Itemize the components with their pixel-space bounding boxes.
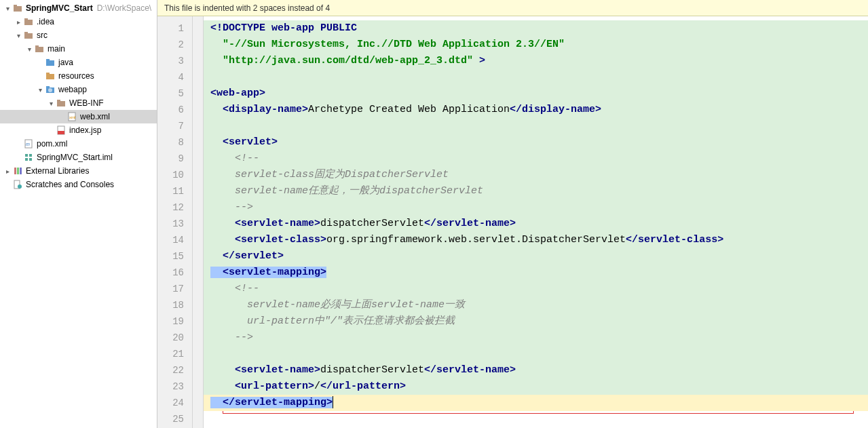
tree-node-indexjsp[interactable]: index.jsp: [0, 123, 157, 137]
code-line[interactable]: <display-name>Archetype Created Web Appl…: [204, 102, 868, 118]
code-line[interactable]: <servlet-name>dispatcherServlet</servlet…: [204, 216, 868, 232]
code-line[interactable]: <servlet-class>org.springframework.web.s…: [204, 232, 868, 248]
line-number[interactable]: 24: [157, 395, 192, 411]
indentation-warning-bar[interactable]: This file is indented with 2 spaces inst…: [157, 0, 868, 16]
tree-node-scratches[interactable]: Scratches and Consoles: [0, 178, 157, 191]
line-number[interactable]: 6: [157, 102, 192, 118]
code-line[interactable]: servlet-name任意起，一般为dispatcherServlet: [204, 183, 868, 199]
tree-node-idea[interactable]: ▸ .idea: [0, 15, 157, 28]
svg-rect-5: [24, 32, 28, 34]
line-number[interactable]: 20: [157, 330, 192, 346]
line-number[interactable]: 9: [157, 151, 192, 167]
tree-node-webinf[interactable]: ▾ WEB-INF: [0, 96, 157, 110]
chevron-down-icon[interactable]: ▾: [35, 86, 45, 94]
folder-icon: [34, 43, 45, 54]
svg-rect-9: [46, 59, 50, 61]
tree-node-project-root[interactable]: ▾ SpringMVC_Start D:\WorkSpace\: [0, 1, 157, 15]
chevron-down-icon[interactable]: ▾: [14, 32, 23, 39]
line-number[interactable]: 12: [157, 199, 192, 216]
line-number[interactable]: 11: [157, 183, 192, 199]
tree-node-java[interactable]: java: [0, 56, 157, 69]
line-number[interactable]: 21: [157, 346, 192, 362]
code-line[interactable]: -->: [204, 199, 868, 216]
code-line[interactable]: "http://java.sun.com/dtd/web-app_2_3.dtd…: [204, 53, 868, 69]
tree-node-pom[interactable]: m pom.xml: [0, 137, 157, 151]
code-line[interactable]: -->: [204, 330, 868, 346]
line-number[interactable]: 19: [157, 313, 192, 330]
code-line[interactable]: servlet-class固定为DispatcherServlet: [204, 167, 868, 183]
fold-gutter[interactable]: [193, 16, 204, 428]
chevron-right-icon[interactable]: ▸: [14, 18, 23, 26]
code-line[interactable]: </servlet-mapping>: [204, 395, 868, 411]
svg-rect-15: [57, 101, 65, 106]
project-tree-panel[interactable]: ▾ SpringMVC_Start D:\WorkSpace\ ▸ .idea …: [0, 0, 157, 428]
tree-node-iml[interactable]: SpringMVC_Start.iml: [0, 151, 157, 164]
code-line[interactable]: <servlet>: [204, 134, 868, 151]
line-number[interactable]: 7: [157, 118, 192, 134]
editor-area: This file is indented with 2 spaces inst…: [157, 0, 868, 428]
line-number[interactable]: 16: [157, 265, 192, 281]
svg-text:xml: xml: [69, 115, 75, 119]
line-number[interactable]: 17: [157, 281, 192, 297]
code-line[interactable]: </servlet>: [204, 248, 868, 265]
code-line[interactable]: <url-pattern>/</url-pattern>: [204, 378, 868, 395]
chevron-down-icon[interactable]: ▾: [24, 45, 34, 53]
svg-rect-3: [24, 18, 28, 20]
code-line[interactable]: <web-app>: [204, 85, 868, 102]
warning-text: This file is indented with 2 spaces inst…: [164, 3, 330, 13]
line-number[interactable]: 2: [157, 37, 192, 53]
code-line[interactable]: [204, 69, 868, 85]
chevron-down-icon[interactable]: ▾: [46, 100, 56, 107]
editor-body[interactable]: 1 2 3 4 5 6 7 8 9 10 11 12 13 14 15 16 1…: [157, 16, 868, 428]
line-number[interactable]: 18: [157, 297, 192, 313]
tree-label: webapp: [58, 85, 87, 94]
tree-node-external-libraries[interactable]: ▸ External Libraries: [0, 164, 157, 178]
line-number-gutter[interactable]: 1 2 3 4 5 6 7 8 9 10 11 12 13 14 15 16 1…: [157, 16, 193, 428]
line-number[interactable]: 8: [157, 134, 192, 151]
svg-point-31: [18, 184, 22, 189]
code-line[interactable]: <!--: [204, 281, 868, 297]
tree-node-webapp[interactable]: ▾ webapp: [0, 83, 157, 96]
tree-label: java: [58, 58, 73, 67]
line-number[interactable]: 14: [157, 232, 192, 248]
tree-node-resources[interactable]: resources: [0, 69, 157, 83]
svg-rect-2: [24, 20, 33, 25]
project-path: D:\WorkSpace\: [97, 3, 151, 13]
chevron-down-icon[interactable]: ▾: [3, 5, 12, 12]
svg-point-14: [48, 88, 52, 92]
chevron-right-icon[interactable]: ▸: [3, 168, 12, 175]
tree-label: web.xml: [80, 112, 110, 121]
line-number[interactable]: 5: [157, 85, 192, 102]
code-line[interactable]: <servlet-name>dispatcherServlet</servlet…: [204, 362, 868, 378]
line-number[interactable]: 1: [157, 20, 192, 37]
line-number[interactable]: 13: [157, 216, 192, 232]
code-line[interactable]: <servlet-mapping>: [204, 265, 868, 281]
tree-node-src[interactable]: ▾ src: [0, 28, 157, 42]
code-line[interactable]: [204, 346, 868, 362]
code-line[interactable]: "-//Sun Microsystems, Inc.//DTD Web Appl…: [204, 37, 868, 53]
svg-rect-0: [14, 6, 22, 12]
code-line[interactable]: <!--: [204, 151, 868, 167]
code-line[interactable]: [204, 118, 868, 134]
line-number[interactable]: 4: [157, 69, 192, 85]
project-name: SpringMVC_Start: [26, 3, 93, 13]
code-line[interactable]: servlet-name必须与上面servlet-name一致: [204, 297, 868, 313]
line-number[interactable]: 23: [157, 378, 192, 395]
xml-file-icon: xml: [67, 111, 77, 122]
code-line[interactable]: <!DOCTYPE web-app PUBLIC: [204, 20, 868, 37]
tree-label: resources: [58, 71, 94, 81]
line-number[interactable]: 10: [157, 167, 192, 183]
code-line[interactable]: [204, 411, 868, 427]
tree-node-main[interactable]: ▾ main: [0, 42, 157, 56]
code-content[interactable]: <!DOCTYPE web-app PUBLIC "-//Sun Microsy…: [204, 16, 868, 428]
tree-label: WEB-INF: [69, 98, 104, 108]
line-number[interactable]: 25: [157, 411, 192, 427]
line-number[interactable]: 15: [157, 248, 192, 265]
libraries-icon: [12, 166, 23, 176]
tree-label: SpringMVC_Start.iml: [37, 153, 113, 162]
line-number[interactable]: 22: [157, 362, 192, 378]
tree-label: main: [48, 44, 65, 54]
line-number[interactable]: 3: [157, 53, 192, 69]
tree-node-webxml[interactable]: xml web.xml: [0, 110, 157, 123]
code-line[interactable]: url-pattern中"/"表示任意请求都会被拦截: [204, 313, 868, 330]
